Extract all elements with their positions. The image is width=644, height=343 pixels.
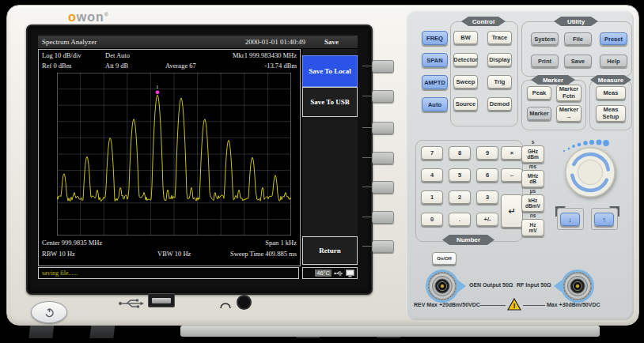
usb-icon [118,298,145,309]
photo-background: owon® Spectrum Analyzer 2000-01-01 01:40… [0,0,644,343]
graticule-svg: 1 [57,73,291,236]
key-7[interactable]: 7 [421,146,443,160]
freq-button[interactable]: FREQ [422,31,448,45]
gen-max-label: REV Max +20dBm/50VDC [414,302,480,307]
readout-ref-level: Ref 0 dBm [42,62,71,70]
key-multiply[interactable]: × [501,146,523,160]
softkey-3[interactable] [372,122,394,134]
headphone-jack [237,295,252,310]
unit-s-label: s [521,139,544,145]
number-group-title: Number [442,235,494,245]
key-1[interactable]: 1 [421,190,443,204]
system-button[interactable]: System [531,32,559,45]
status-bar: saving file...... 46°C [38,267,358,279]
softkey-2[interactable] [372,90,394,103]
file-button[interactable]: File [564,32,592,45]
readout-vbw: VBW 10 Hz [157,250,191,258]
readout-span: Span 1 kHz [265,239,297,247]
display-button[interactable]: Display [487,53,512,66]
softmenu-column: Save To Local Save To USB Return [302,49,358,266]
meas-setup-button[interactable]: Meas Setup [596,105,626,122]
source-button[interactable]: Source [453,97,478,111]
softkey-5[interactable] [372,181,394,194]
menu-item-save-to-usb[interactable]: Save To USB [302,87,358,117]
marker-group-title: Marker [531,75,575,85]
print-button[interactable]: Print [531,55,559,67]
key-0[interactable]: 0 [421,213,443,226]
key-plus-minus[interactable]: +/- [476,213,498,226]
utility-group [521,21,632,77]
key-6[interactable]: 6 [476,168,498,182]
headphone-icon [219,299,232,309]
key-9[interactable]: 9 [476,146,498,160]
demod-button[interactable]: Demod [487,97,512,111]
gen-output-label: GEN Output 50Ω [469,282,513,288]
key-backspace[interactable]: ← [501,168,523,182]
svg-text:!: ! [513,302,516,310]
key-2[interactable]: 2 [449,190,471,204]
usb-port-contact [152,298,171,303]
readout-center-freq: Center 999.9835 MHz [42,239,102,247]
span-button[interactable]: SPAN [422,53,448,67]
amptd-button[interactable]: AMPTD [422,75,448,89]
screen: Spectrum Analyzer 2000-01-01 01:40:49 Sa… [38,36,358,279]
measure-group-title: Measure [590,75,631,85]
menu-item-save-to-local[interactable]: Save To Local [302,55,358,87]
auto-button[interactable]: Auto [422,97,448,111]
key-3[interactable]: 3 [476,190,498,204]
preset-button[interactable]: Preset [600,32,627,45]
readout-sweep-time: Sweep Time 409.885 ms [230,250,297,258]
unit-ghz-dbm-key[interactable]: GHz dBm [521,145,544,163]
warning-icon: ! [507,298,521,311]
unit-khz-dbmv-key[interactable]: kHz dBmV [521,194,544,212]
registered-mark: ® [104,12,109,17]
trig-button[interactable]: Trig [487,75,512,89]
power-button[interactable] [31,301,67,323]
up-arrow-key-area: ↑ [591,208,618,230]
screen-datetime: 2000-01-01 01:40:49 [245,38,305,46]
control-group-title: Control [461,17,506,26]
softmenu-title: Save [305,38,358,46]
unit-hz-mv-key[interactable]: Hz mV [521,219,544,236]
help-button[interactable]: Help [600,55,627,67]
bw-button[interactable]: BW [453,31,478,44]
down-arrow-button[interactable]: ↓ [560,213,580,226]
detector-button[interactable]: Detector [453,53,478,66]
rotary-knob[interactable] [564,146,616,198]
save-button[interactable]: Save [564,55,592,67]
usb-status-icon [334,270,343,277]
readout-scale: Log 10 dB/div [42,51,81,59]
key-enter[interactable]: ↵ [501,194,523,228]
brand-logo-rest: won [77,10,104,24]
trace-button[interactable]: Trace [487,31,512,44]
brand-logo: owon® [68,10,109,24]
key-8[interactable]: 8 [449,146,471,160]
softkey-6[interactable] [372,211,394,224]
sweep-button[interactable]: Sweep [453,75,478,89]
key-4[interactable]: 4 [421,168,443,182]
divider-line [523,305,545,306]
softkey-7[interactable] [372,240,394,253]
softkey-1[interactable] [372,60,394,73]
screen-title: Spectrum Analyzer [42,38,97,46]
key-decimal[interactable]: . [449,213,471,226]
status-message: saving file...... [38,267,299,279]
marker-to-button[interactable]: Marker → [556,105,581,122]
readout-marker-level: -13.74 dBm [264,62,297,70]
menu-item-return[interactable]: Return [302,236,358,265]
power-icon [44,307,55,318]
unit-us-label: µs [521,188,544,194]
screen-bezel: Spectrum Analyzer 2000-01-01 01:40:49 Sa… [26,24,373,295]
key-5[interactable]: 5 [449,168,471,182]
screen-titlebar: Spectrum Analyzer 2000-01-01 01:40:49 Sa… [38,36,358,48]
up-arrow-button[interactable]: ↑ [594,213,614,226]
peak-button[interactable]: Peak [527,86,551,100]
meas-button[interactable]: Meas [596,86,626,100]
utility-group-title: Utility [554,17,598,26]
marker-button[interactable]: Marker [527,107,551,120]
display-area: Log 10 dB/div Det Auto Mkr1 999.983430 M… [38,49,301,266]
softkey-4[interactable] [372,152,394,164]
unit-mhz-db-key[interactable]: MHz dB [521,170,544,187]
marker-fctn-button[interactable]: Marker Fctn [556,85,581,101]
down-arrow-key-area: ↓ [557,208,584,230]
